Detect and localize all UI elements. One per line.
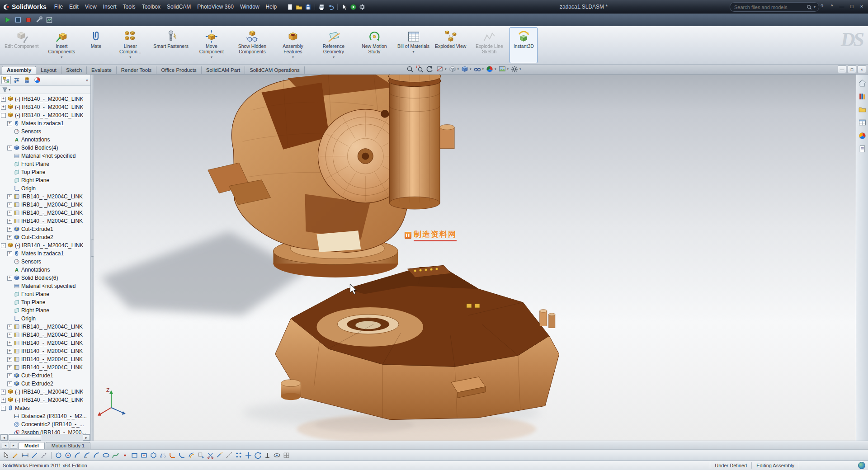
view-orientation-icon[interactable] (448, 65, 457, 73)
tree-item[interactable]: -(-) IRB140_-_M2004C_LINK (0, 111, 90, 119)
doc-tab-model[interactable]: Model (19, 442, 45, 449)
tree-item[interactable]: -Mates (0, 404, 90, 412)
ribbon-bill-of-materials[interactable]: Bill of Materials▾ (395, 27, 432, 63)
rotate-entities-icon[interactable] (254, 451, 262, 459)
doc-close-button[interactable]: × (858, 66, 866, 73)
tab-layout[interactable]: Layout (36, 66, 61, 74)
ellipse-icon[interactable] (102, 451, 110, 459)
tree-item[interactable]: -(-) IRB140_-_M2004C_LINK (0, 241, 90, 249)
tree-item[interactable]: +AAnnotations (0, 266, 90, 274)
tree-item[interactable]: +IRB140_-_M2004C_LINK (0, 217, 90, 225)
ribbon-show-hidden-components[interactable]: Show Hidden Components (232, 27, 273, 63)
expand-toggle[interactable]: + (7, 357, 12, 362)
three-point-arc-icon[interactable] (93, 451, 100, 459)
dropdown-caret-icon[interactable]: ▾ (211, 55, 212, 59)
tree-item[interactable]: +IRB140_-_M2004C_LINK (0, 323, 90, 331)
menu-help[interactable]: Help (263, 2, 280, 11)
tree-item[interactable]: +IRB140_-_M2004C_LINK (0, 339, 90, 347)
scroll-thumb[interactable] (9, 434, 41, 441)
menu-photoview-360[interactable]: PhotoView 360 (194, 2, 237, 11)
displaymanager-tab[interactable] (33, 76, 42, 84)
tree-item[interactable]: +Mates in zadaca1 (0, 249, 90, 258)
point-icon[interactable] (121, 451, 129, 459)
zoom-area-icon[interactable] (416, 65, 424, 73)
custom-properties-icon[interactable] (858, 145, 867, 153)
tree-item[interactable]: +Cut-Extrude2 (0, 380, 90, 388)
expand-toggle[interactable]: + (7, 121, 12, 126)
view-settings-icon[interactable] (510, 65, 519, 73)
dropdown-caret-icon[interactable]: ▾ (413, 50, 415, 54)
move-entities-icon[interactable] (245, 451, 252, 459)
sketch-fillet-icon[interactable] (169, 451, 176, 459)
expand-toggle[interactable]: + (7, 324, 12, 329)
expand-toggle[interactable]: + (7, 333, 12, 338)
tree-item[interactable]: +Material <not specified (0, 282, 90, 290)
expand-toggle[interactable]: + (1, 97, 6, 102)
zoom-fit-icon[interactable] (406, 65, 414, 73)
tree-item[interactable]: +Concentric2 (IRB140_-_... (0, 420, 90, 428)
dropdown-caret-icon[interactable]: ▾ (519, 67, 521, 71)
options-icon[interactable] (359, 3, 366, 11)
dropdown-caret-icon[interactable]: ▾ (61, 55, 62, 59)
convert-entities-icon[interactable] (197, 451, 205, 459)
ribbon-reference-geometry[interactable]: Reference Geometry▾ (313, 27, 354, 63)
filter-funnel-icon[interactable] (2, 87, 8, 93)
line-icon[interactable] (31, 451, 38, 459)
ribbon-insert-components[interactable]: Insert Components▾ (41, 27, 82, 63)
tree-filter-row[interactable]: ▾ (0, 86, 90, 94)
tab-office-products[interactable]: Office Products (156, 66, 201, 74)
tree-item[interactable]: +(-) IRB140_-_M2004C_LINK (0, 95, 90, 103)
tree-item[interactable]: +Front Plane (0, 160, 90, 168)
ribbon-move-component[interactable]: Move Component▾ (191, 27, 232, 63)
new-document-icon[interactable] (286, 3, 294, 11)
apply-scene-icon[interactable] (498, 65, 506, 73)
menu-tools[interactable]: Tools (120, 2, 139, 11)
scroll-right-icon[interactable]: ► (83, 434, 90, 441)
panel-expand-chevron[interactable]: » (85, 78, 89, 83)
print-document-icon[interactable] (318, 3, 326, 11)
sim-stop-icon[interactable] (24, 16, 33, 24)
tree-item[interactable]: +IRB140_-_M2004C_LINK (0, 209, 90, 217)
tree-item[interactable]: +IRB140_-_M2004C_LINK (0, 331, 90, 339)
tree-item[interactable]: +Right Plane (0, 306, 90, 315)
tree-item[interactable]: +Top Plane (0, 168, 90, 176)
search-icon[interactable] (807, 5, 812, 10)
spline-icon[interactable] (112, 451, 119, 459)
sim-play-icon[interactable] (4, 16, 12, 24)
help-button[interactable]: ? (817, 2, 826, 10)
smart-dimension-icon[interactable] (21, 451, 29, 459)
perimeter-circle-icon[interactable] (64, 451, 72, 459)
dropdown-caret-icon[interactable]: ▾ (507, 67, 509, 71)
design-library-icon[interactable] (858, 92, 867, 101)
dropdown-caret-icon[interactable]: ▾ (470, 67, 472, 71)
tree-item[interactable]: +Right Plane (0, 176, 90, 184)
dropdown-caret-icon[interactable]: ▾ (129, 55, 131, 59)
previous-view-icon[interactable] (426, 65, 434, 73)
hide-show-items-icon[interactable] (473, 65, 481, 73)
ribbon-assembly-features[interactable]: Assembly Features▾ (273, 27, 313, 63)
dropdown-caret-icon[interactable]: ▾ (458, 67, 459, 71)
expand-toggle[interactable]: + (7, 202, 12, 207)
dropdown-caret-icon[interactable]: ▾ (445, 67, 447, 71)
tree-item[interactable]: +2ssqbn (IRB140_-_M200... (0, 428, 90, 434)
rebuild-icon[interactable] (349, 3, 357, 11)
extend-entities-icon[interactable] (216, 451, 224, 459)
tree-item[interactable]: +AAnnotations (0, 136, 90, 144)
dropdown-caret-icon[interactable]: ▾ (495, 67, 496, 71)
tree-item[interactable]: +Mates in zadaca1 (0, 119, 90, 127)
circle-icon[interactable] (55, 451, 62, 459)
solidworks-resources-icon[interactable] (858, 79, 867, 88)
collapse-button[interactable]: ^ (827, 2, 836, 10)
ribbon-edit-component[interactable]: Edit Component (2, 27, 41, 63)
filter-dropdown-icon[interactable]: ▾ (9, 88, 10, 92)
ribbon-exploded-view[interactable]: Exploded View (432, 27, 469, 63)
open-document-icon[interactable] (295, 3, 303, 11)
tree-item[interactable]: +Top Plane (0, 298, 90, 306)
tree-item[interactable]: +Sensors (0, 127, 90, 136)
sketch-chamfer-icon[interactable] (178, 451, 186, 459)
offset-entities-icon[interactable] (188, 451, 195, 459)
tree-horizontal-scrollbar[interactable]: ◄ ► (0, 434, 90, 441)
linear-sketch-pattern-icon[interactable] (235, 451, 243, 459)
expand-toggle[interactable]: + (7, 373, 12, 378)
search-box[interactable]: ▾ (730, 2, 819, 12)
